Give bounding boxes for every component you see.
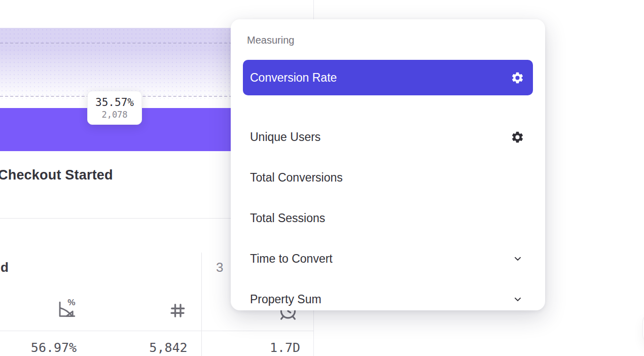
menu-item-label: Conversion Rate (250, 71, 510, 85)
chevron-down-icon (513, 294, 523, 304)
menu-item-label: Total Sessions (250, 211, 525, 225)
svg-text:%: % (67, 297, 75, 307)
count-icon (168, 301, 187, 319)
table-values-divider (0, 331, 314, 331)
table-cell-count: 5,842 (140, 340, 197, 355)
conversion-rate-icon: % (55, 297, 78, 321)
table-column-divider (201, 253, 202, 356)
gear-icon[interactable] (510, 129, 525, 145)
tooltip-conversion-rate: 35.57% (95, 96, 134, 109)
menu-item-label: Property Sum (250, 293, 513, 306)
menu-item-label: Unique Users (250, 130, 510, 144)
popover-header: Measuring (247, 34, 294, 46)
table-cell-time-to-convert: 1.7D (262, 340, 308, 355)
menu-item-time-to-convert[interactable]: Time to Convert (243, 241, 533, 276)
table-cell-conversion-rate: 56.97% (23, 340, 84, 355)
gear-icon[interactable] (510, 70, 525, 85)
menu-item-label: Time to Convert (250, 252, 513, 266)
menu-item-total-sessions[interactable]: Total Sessions (243, 200, 533, 236)
menu-item-property-sum[interactable]: Property Sum (243, 281, 533, 317)
menu-item-conversion-rate[interactable]: Conversion Rate (243, 60, 533, 95)
menu-item-label: Total Conversions (250, 171, 525, 185)
tooltip-count: 2,078 (101, 110, 127, 120)
chevron-down-icon (513, 254, 523, 264)
menu-item-unique-users[interactable]: Unique Users (243, 119, 533, 155)
measuring-popover: Measuring Conversion Rate Unique Users T… (231, 19, 545, 310)
chart-tooltip: 35.57% 2,078 (87, 91, 142, 125)
step-axis-label: Checkout Started (0, 167, 113, 183)
table-step-number: 3 (216, 260, 223, 275)
table-step-label-truncated: d (1, 260, 9, 275)
menu-item-total-conversions[interactable]: Total Conversions (243, 160, 533, 195)
